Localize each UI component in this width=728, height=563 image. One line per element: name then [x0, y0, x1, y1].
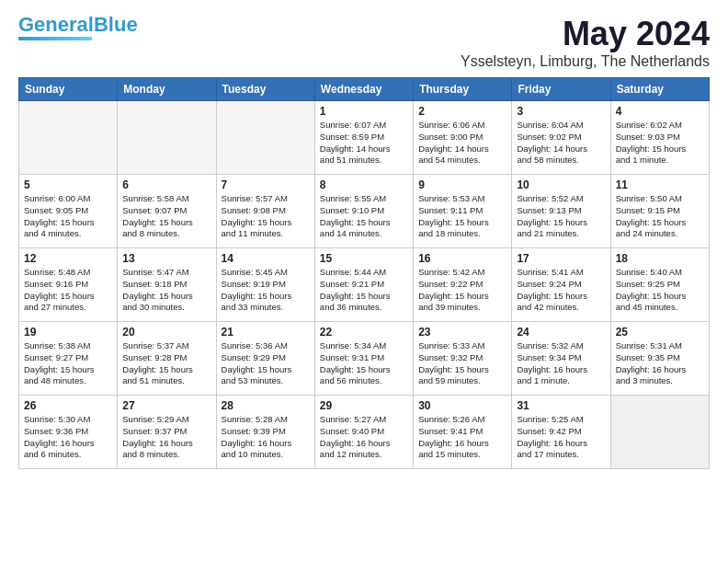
calendar-cell: 8Sunrise: 5:55 AMSunset: 9:10 PMDaylight…: [314, 175, 413, 248]
cell-info: Sunrise: 5:57 AMSunset: 9:08 PMDaylight:…: [222, 193, 310, 240]
calendar-cell: [19, 101, 118, 175]
cell-info: Sunrise: 5:50 AMSunset: 9:15 PMDaylight:…: [616, 193, 704, 240]
cell-info: Sunrise: 6:06 AMSunset: 9:00 PMDaylight:…: [418, 120, 506, 167]
calendar-cell: [610, 396, 709, 469]
calendar-week-row: 26Sunrise: 5:30 AMSunset: 9:36 PMDayligh…: [19, 396, 710, 469]
cell-info: Sunrise: 5:36 AMSunset: 9:29 PMDaylight:…: [222, 340, 310, 387]
cell-info: Sunrise: 5:48 AMSunset: 9:16 PMDaylight:…: [24, 267, 112, 314]
calendar-cell: 3Sunrise: 6:04 AMSunset: 9:02 PMDaylight…: [512, 101, 610, 175]
calendar-cell: 25Sunrise: 5:31 AMSunset: 9:35 PMDayligh…: [610, 322, 709, 396]
cell-info: Sunrise: 5:38 AMSunset: 9:27 PMDaylight:…: [24, 340, 112, 387]
day-number: 4: [616, 105, 704, 118]
day-number: 15: [320, 252, 408, 265]
calendar-cell: 30Sunrise: 5:26 AMSunset: 9:41 PMDayligh…: [414, 396, 512, 469]
day-number: 27: [122, 399, 210, 412]
cell-info: Sunrise: 5:32 AMSunset: 9:34 PMDaylight:…: [517, 340, 605, 387]
title-block: May 2024 Ysselsteyn, Limburg, The Nether…: [461, 15, 710, 70]
calendar-cell: 17Sunrise: 5:41 AMSunset: 9:24 PMDayligh…: [512, 248, 610, 322]
day-number: 26: [24, 399, 112, 412]
header-tuesday: Tuesday: [216, 78, 314, 101]
header-friday: Friday: [512, 78, 610, 101]
calendar-cell: 7Sunrise: 5:57 AMSunset: 9:08 PMDaylight…: [216, 175, 314, 248]
day-number: 6: [122, 178, 210, 191]
calendar-table: Sunday Monday Tuesday Wednesday Thursday…: [18, 77, 710, 469]
day-number: 21: [222, 326, 310, 339]
day-number: 19: [24, 326, 112, 339]
cell-info: Sunrise: 6:07 AMSunset: 8:59 PMDaylight:…: [320, 120, 408, 167]
logo-part1: General: [18, 13, 94, 36]
cell-info: Sunrise: 5:34 AMSunset: 9:31 PMDaylight:…: [320, 340, 408, 387]
cell-info: Sunrise: 5:27 AMSunset: 9:40 PMDaylight:…: [320, 414, 408, 461]
day-number: 30: [418, 399, 506, 412]
month-year: May 2024: [461, 15, 710, 53]
weekday-header-row: Sunday Monday Tuesday Wednesday Thursday…: [19, 78, 710, 101]
cell-info: Sunrise: 5:40 AMSunset: 9:25 PMDaylight:…: [616, 267, 704, 314]
calendar-cell: 16Sunrise: 5:42 AMSunset: 9:22 PMDayligh…: [414, 248, 512, 322]
day-number: 9: [418, 178, 506, 191]
cell-info: Sunrise: 5:52 AMSunset: 9:13 PMDaylight:…: [517, 193, 605, 240]
calendar-cell: [118, 101, 216, 175]
header-saturday: Saturday: [610, 78, 709, 101]
header-sunday: Sunday: [19, 78, 118, 101]
calendar-cell: 6Sunrise: 5:58 AMSunset: 9:07 PMDaylight…: [118, 175, 216, 248]
header: GeneralBlue May 2024 Ysselsteyn, Limburg…: [18, 15, 710, 70]
calendar-cell: 4Sunrise: 6:02 AMSunset: 9:03 PMDaylight…: [610, 101, 709, 175]
calendar-cell: 29Sunrise: 5:27 AMSunset: 9:40 PMDayligh…: [314, 396, 413, 469]
cell-info: Sunrise: 5:47 AMSunset: 9:18 PMDaylight:…: [122, 267, 210, 314]
calendar-cell: 11Sunrise: 5:50 AMSunset: 9:15 PMDayligh…: [610, 175, 709, 248]
cell-info: Sunrise: 5:28 AMSunset: 9:39 PMDaylight:…: [222, 414, 310, 461]
calendar-cell: 1Sunrise: 6:07 AMSunset: 8:59 PMDaylight…: [314, 101, 413, 175]
day-number: 13: [122, 252, 210, 265]
logo-text: GeneralBlue: [18, 15, 138, 35]
calendar-week-row: 5Sunrise: 6:00 AMSunset: 9:05 PMDaylight…: [19, 175, 710, 248]
header-wednesday: Wednesday: [314, 78, 413, 101]
calendar-cell: 12Sunrise: 5:48 AMSunset: 9:16 PMDayligh…: [19, 248, 118, 322]
day-number: 17: [517, 252, 605, 265]
calendar-cell: 26Sunrise: 5:30 AMSunset: 9:36 PMDayligh…: [19, 396, 118, 469]
day-number: 29: [320, 399, 408, 412]
calendar-cell: 2Sunrise: 6:06 AMSunset: 9:00 PMDaylight…: [414, 101, 512, 175]
day-number: 14: [222, 252, 310, 265]
cell-info: Sunrise: 6:04 AMSunset: 9:02 PMDaylight:…: [517, 120, 605, 167]
calendar-cell: 5Sunrise: 6:00 AMSunset: 9:05 PMDaylight…: [19, 175, 118, 248]
day-number: 7: [222, 178, 310, 191]
calendar-cell: 28Sunrise: 5:28 AMSunset: 9:39 PMDayligh…: [216, 396, 314, 469]
day-number: 3: [517, 105, 605, 118]
calendar-cell: 15Sunrise: 5:44 AMSunset: 9:21 PMDayligh…: [314, 248, 413, 322]
calendar-cell: 20Sunrise: 5:37 AMSunset: 9:28 PMDayligh…: [118, 322, 216, 396]
calendar-week-row: 1Sunrise: 6:07 AMSunset: 8:59 PMDaylight…: [19, 101, 710, 175]
cell-info: Sunrise: 5:29 AMSunset: 9:37 PMDaylight:…: [122, 414, 210, 461]
day-number: 20: [122, 326, 210, 339]
cell-info: Sunrise: 5:55 AMSunset: 9:10 PMDaylight:…: [320, 193, 408, 240]
logo: GeneralBlue: [18, 15, 138, 40]
cell-info: Sunrise: 5:58 AMSunset: 9:07 PMDaylight:…: [122, 193, 210, 240]
day-number: 16: [418, 252, 506, 265]
cell-info: Sunrise: 5:30 AMSunset: 9:36 PMDaylight:…: [24, 414, 112, 461]
cell-info: Sunrise: 5:44 AMSunset: 9:21 PMDaylight:…: [320, 267, 408, 314]
day-number: 1: [320, 105, 408, 118]
day-number: 25: [616, 326, 704, 339]
calendar-cell: 14Sunrise: 5:45 AMSunset: 9:19 PMDayligh…: [216, 248, 314, 322]
day-number: 24: [517, 326, 605, 339]
calendar-cell: 27Sunrise: 5:29 AMSunset: 9:37 PMDayligh…: [118, 396, 216, 469]
day-number: 22: [320, 326, 408, 339]
cell-info: Sunrise: 5:33 AMSunset: 9:32 PMDaylight:…: [418, 340, 506, 387]
calendar-week-row: 19Sunrise: 5:38 AMSunset: 9:27 PMDayligh…: [19, 322, 710, 396]
day-number: 8: [320, 178, 408, 191]
day-number: 10: [517, 178, 605, 191]
calendar-cell: [216, 101, 314, 175]
cell-info: Sunrise: 5:41 AMSunset: 9:24 PMDaylight:…: [517, 267, 605, 314]
page: GeneralBlue May 2024 Ysselsteyn, Limburg…: [0, 0, 728, 478]
cell-info: Sunrise: 6:00 AMSunset: 9:05 PMDaylight:…: [24, 193, 112, 240]
calendar-cell: 24Sunrise: 5:32 AMSunset: 9:34 PMDayligh…: [512, 322, 610, 396]
calendar-cell: 18Sunrise: 5:40 AMSunset: 9:25 PMDayligh…: [610, 248, 709, 322]
cell-info: Sunrise: 5:53 AMSunset: 9:11 PMDaylight:…: [418, 193, 506, 240]
calendar-cell: 9Sunrise: 5:53 AMSunset: 9:11 PMDaylight…: [414, 175, 512, 248]
calendar-week-row: 12Sunrise: 5:48 AMSunset: 9:16 PMDayligh…: [19, 248, 710, 322]
day-number: 12: [24, 252, 112, 265]
day-number: 28: [222, 399, 310, 412]
logo-line: [18, 37, 92, 40]
cell-info: Sunrise: 5:42 AMSunset: 9:22 PMDaylight:…: [418, 267, 506, 314]
cell-info: Sunrise: 5:25 AMSunset: 9:42 PMDaylight:…: [517, 414, 605, 461]
cell-info: Sunrise: 5:37 AMSunset: 9:28 PMDaylight:…: [122, 340, 210, 387]
